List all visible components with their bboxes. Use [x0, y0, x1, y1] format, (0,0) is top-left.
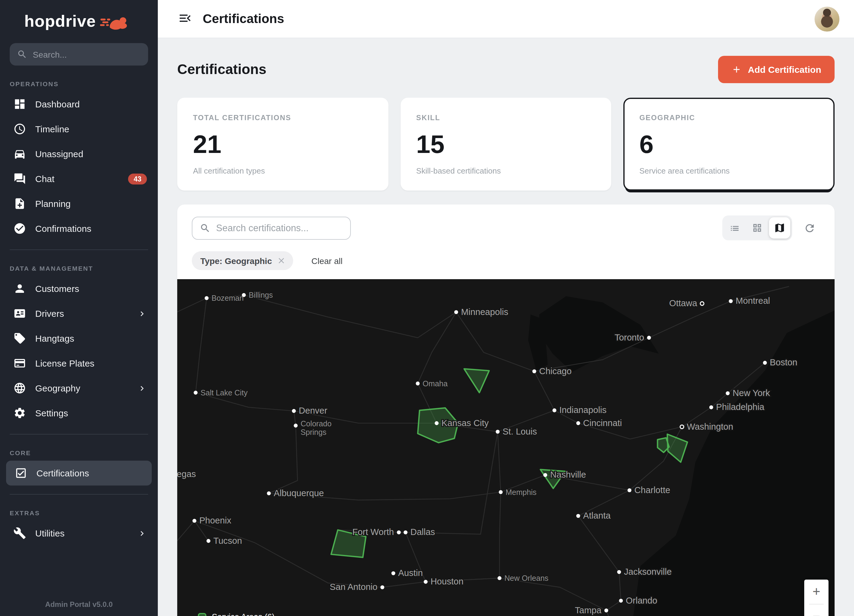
sidebar-item-label: Confirmations: [35, 223, 92, 234]
logo[interactable]: hopdrive: [0, 0, 158, 36]
svg-text:Bozeman: Bozeman: [212, 294, 244, 302]
checkbox-icon: [15, 467, 27, 479]
clock-icon: [13, 123, 26, 135]
stat-cards: TOTAL CERTIFICATIONS21All certification …: [177, 98, 834, 191]
remove-filter-icon[interactable]: [277, 256, 286, 265]
section-label-operations: OPERATIONS: [10, 80, 146, 87]
car-icon: [13, 148, 26, 160]
map-city-jacksonville: Jacksonville: [617, 567, 672, 576]
svg-text:Memphis: Memphis: [506, 488, 537, 496]
top-bar: Certifications: [158, 0, 854, 38]
svg-text:Nashville: Nashville: [550, 470, 586, 479]
map-city-salt-lake-city: Salt Lake City: [194, 389, 248, 397]
stat-value: 15: [416, 131, 595, 159]
svg-text:Fort Worth: Fort Worth: [352, 527, 394, 537]
svg-text:Indianapolis: Indianapolis: [559, 405, 607, 415]
check-circle-icon: [13, 222, 26, 235]
svg-text:Salt Lake City: Salt Lake City: [201, 389, 248, 397]
add-certification-button[interactable]: Add Certification: [718, 56, 834, 83]
sidebar-nav: OPERATIONSDashboardTimelineUnassignedCha…: [0, 66, 158, 546]
zoom-out-button[interactable]: −: [804, 604, 828, 616]
grid-view-button[interactable]: [747, 217, 768, 238]
stat-card-geographic[interactable]: GEOGRAPHIC6Service area certifications: [624, 98, 834, 191]
unread-count-badge: 43: [128, 173, 147, 184]
map-city-new-york: New York: [726, 388, 770, 398]
page-title: Certifications: [177, 61, 267, 78]
map-city-washington: Washington: [680, 422, 733, 432]
sidebar-item-dashboard[interactable]: Dashboard: [0, 91, 158, 116]
svg-text:Chicago: Chicago: [539, 366, 572, 376]
stat-card-skill[interactable]: SKILL15Skill-based certifications: [400, 98, 611, 191]
svg-text:Phoenix: Phoenix: [200, 515, 232, 525]
sidebar-item-label: Hangtags: [35, 333, 74, 343]
stat-label: TOTAL CERTIFICATIONS: [193, 113, 372, 122]
svg-text:Atlanta: Atlanta: [583, 511, 611, 520]
stat-card-total-certifications[interactable]: TOTAL CERTIFICATIONS21All certification …: [177, 98, 388, 191]
map-city-philadelphia: Philadelphia: [709, 402, 764, 412]
sidebar-item-drivers[interactable]: Drivers: [0, 301, 158, 326]
map-legend: Service Areas (6): [198, 612, 274, 616]
sidebar-item-label: Timeline: [35, 124, 69, 134]
svg-text:Washington: Washington: [687, 422, 733, 432]
sidebar-item-license-plates[interactable]: License Plates: [0, 351, 158, 376]
wrench-icon: [13, 527, 26, 540]
page-content: Certifications Add Certification TOTAL C…: [158, 38, 854, 616]
chevron-right-icon: [137, 309, 147, 318]
map-city-san-antonio: San Antonio: [330, 582, 384, 592]
user-avatar[interactable]: [814, 6, 839, 31]
sidebar-item-label: License Plates: [35, 358, 95, 368]
sidebar-item-certifications[interactable]: Certifications: [6, 460, 152, 485]
section-label-extras: EXTRAS: [10, 509, 146, 517]
list-view-button[interactable]: [724, 217, 745, 238]
svg-text:New York: New York: [733, 388, 770, 398]
certifications-search-input[interactable]: [216, 223, 343, 233]
sidebar-item-chat[interactable]: Chat43: [0, 166, 158, 191]
view-toggle-group: [722, 215, 792, 240]
svg-text:Cincinnati: Cincinnati: [583, 418, 622, 428]
sidebar-item-label: Utilities: [35, 528, 65, 538]
svg-text:New Orleans: New Orleans: [505, 574, 548, 582]
sidebar-item-geography[interactable]: Geography: [0, 376, 158, 401]
svg-text:Austin: Austin: [398, 568, 423, 578]
sidebar-item-unassigned[interactable]: Unassigned: [0, 142, 158, 166]
service-area-map[interactable]: BozemanBillingsMinneapolisOttawaMontreal…: [177, 279, 834, 616]
menu-collapse-icon[interactable]: [177, 11, 193, 27]
map-view-button[interactable]: [769, 217, 790, 238]
svg-text:Omaha: Omaha: [423, 379, 448, 388]
sidebar-item-utilities[interactable]: Utilities: [0, 521, 158, 546]
filter-chip-type-geographic[interactable]: Type: Geographic: [192, 251, 293, 270]
map-city-cincinnati: Cincinnati: [576, 418, 622, 428]
sidebar-item-timeline[interactable]: Timeline: [0, 116, 158, 142]
certifications-search[interactable]: [192, 217, 351, 239]
globe-icon: [13, 382, 26, 395]
map-zoom-control: + −: [804, 579, 828, 616]
sidebar-item-planning[interactable]: Planning: [0, 191, 158, 216]
sidebar-search[interactable]: [10, 43, 148, 66]
sidebar-item-hangtags[interactable]: Hangtags: [0, 326, 158, 351]
svg-text:Philadelphia: Philadelphia: [716, 402, 765, 412]
section-label-data-management: DATA & MANAGEMENT: [10, 265, 146, 272]
note-add-icon: [13, 197, 26, 210]
sidebar-item-label: Certifications: [37, 468, 89, 478]
clear-all-filters-button[interactable]: Clear all: [311, 256, 343, 265]
map-city-albuquerque: Albuquerque: [267, 488, 324, 498]
sidebar-item-confirmations[interactable]: Confirmations: [0, 216, 158, 241]
stat-sub: Service area certifications: [639, 166, 819, 175]
sidebar-search-input[interactable]: [33, 49, 141, 59]
map-city-new-orleans: New Orleans: [497, 574, 548, 582]
stat-value: 6: [639, 131, 819, 159]
sidebar-item-label: Unassigned: [35, 149, 83, 159]
sidebar-item-settings[interactable]: Settings: [0, 401, 158, 425]
active-filters: Type: Geographic Clear all: [177, 245, 834, 279]
logo-text: hopdrive: [24, 12, 96, 31]
zoom-in-button[interactable]: +: [804, 579, 828, 604]
stat-label: SKILL: [416, 113, 595, 122]
license-plate-icon: [13, 357, 26, 370]
stat-label: GEOGRAPHIC: [639, 113, 819, 122]
sidebar-item-label: Geography: [35, 383, 80, 393]
map-canvas[interactable]: BozemanBillingsMinneapolisOttawaMontreal…: [177, 279, 834, 616]
svg-text:Billings: Billings: [249, 291, 273, 299]
sidebar-item-customers[interactable]: Customers: [0, 276, 158, 301]
map-city-minneapolis: Minneapolis: [454, 307, 508, 317]
refresh-button[interactable]: [798, 217, 821, 239]
